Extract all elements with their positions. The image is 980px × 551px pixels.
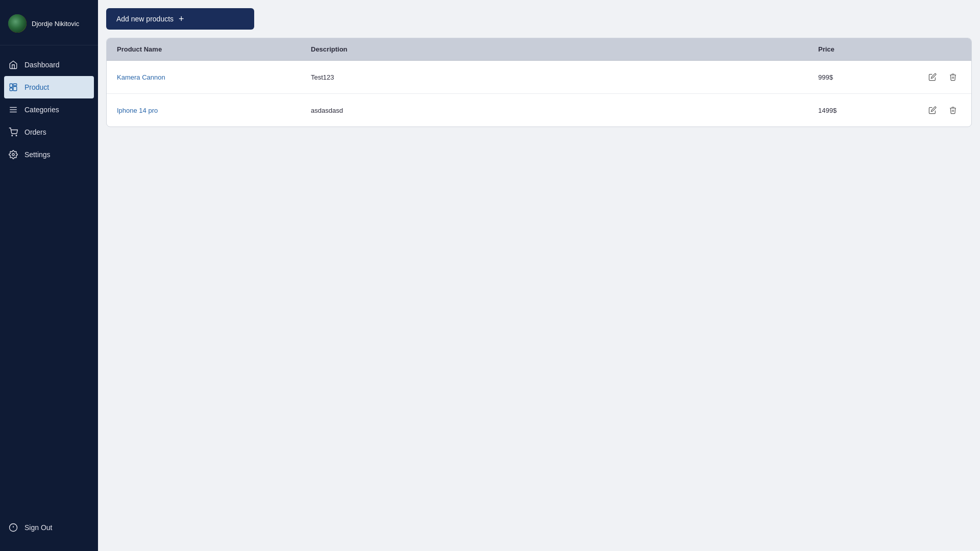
- edit-icon: [928, 73, 937, 81]
- header-actions: [920, 45, 961, 53]
- svg-rect-1: [10, 88, 12, 91]
- edit-icon: [928, 106, 937, 114]
- trash-icon: [949, 106, 957, 114]
- settings-icon: [8, 149, 18, 160]
- sidebar-item-categories[interactable]: Categories: [0, 98, 98, 121]
- delete-button-1[interactable]: [945, 69, 961, 85]
- edit-button-2[interactable]: [924, 102, 941, 118]
- sidebar-item-settings[interactable]: Settings: [0, 143, 98, 166]
- header-product-name: Product Name: [117, 45, 311, 53]
- header-price: Price: [818, 45, 920, 53]
- svg-rect-0: [10, 84, 12, 87]
- product-name-2: Iphone 14 pro: [117, 107, 311, 114]
- row-1-actions: [920, 69, 961, 85]
- svg-point-7: [12, 135, 13, 136]
- sidebar-item-product[interactable]: Product: [4, 76, 94, 98]
- product-price-2: 1499$: [818, 107, 920, 114]
- svg-point-8: [16, 135, 17, 136]
- sidebar-item-categories-label: Categories: [24, 106, 59, 114]
- sidebar-item-product-label: Product: [24, 83, 49, 91]
- product-description-1: Test123: [311, 73, 818, 81]
- header-description: Description: [311, 45, 818, 53]
- home-icon: [8, 60, 18, 70]
- signout-icon: [8, 522, 18, 533]
- sidebar-nav: Dashboard Product: [0, 45, 98, 510]
- edit-button-1[interactable]: [924, 69, 941, 85]
- svg-rect-3: [13, 87, 17, 91]
- categories-icon: [8, 105, 18, 115]
- sidebar-item-settings-label: Settings: [24, 151, 51, 159]
- sidebar-item-orders-label: Orders: [24, 128, 46, 136]
- orders-icon: [8, 127, 18, 137]
- sidebar-item-dashboard-label: Dashboard: [24, 61, 60, 69]
- svg-point-9: [12, 154, 15, 156]
- signout-label: Sign Out: [24, 523, 52, 532]
- sidebar: Djordje Nikitovic Dashboard: [0, 0, 98, 551]
- signout-button[interactable]: Sign Out: [8, 518, 90, 537]
- row-2-actions: [920, 102, 961, 118]
- product-name-1: Kamera Cannon: [117, 73, 311, 81]
- username: Djordje Nikitovic: [32, 20, 79, 28]
- sidebar-item-orders[interactable]: Orders: [0, 121, 98, 143]
- product-price-1: 999$: [818, 73, 920, 81]
- delete-button-2[interactable]: [945, 102, 961, 118]
- products-table: Product Name Description Price Kamera Ca…: [106, 38, 972, 127]
- table-row: Iphone 14 pro asdasdasd 1499$: [107, 94, 971, 127]
- avatar: [8, 14, 27, 33]
- svg-rect-2: [13, 84, 17, 86]
- add-button-label: Add new products: [116, 15, 174, 23]
- table-header: Product Name Description Price: [107, 38, 971, 61]
- product-description-2: asdasdasd: [311, 107, 818, 114]
- product-icon: [8, 82, 18, 92]
- add-new-products-button[interactable]: Add new products +: [106, 8, 254, 30]
- sidebar-bottom: Sign Out: [0, 510, 98, 551]
- main-content: Add new products + Product Name Descript…: [98, 0, 980, 551]
- user-profile: Djordje Nikitovic: [0, 0, 98, 45]
- plus-icon: +: [179, 14, 184, 23]
- table-row: Kamera Cannon Test123 999$: [107, 61, 971, 94]
- trash-icon: [949, 73, 957, 81]
- sidebar-item-dashboard[interactable]: Dashboard: [0, 54, 98, 76]
